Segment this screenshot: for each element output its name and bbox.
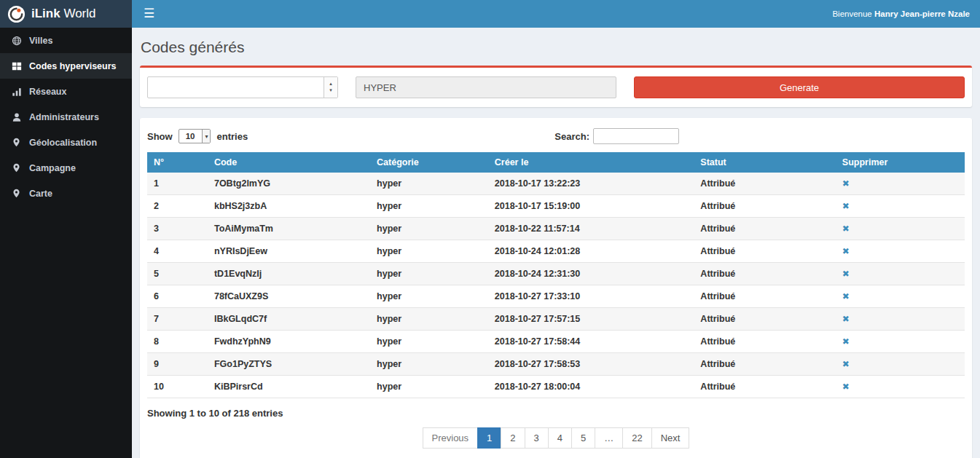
delete-x-icon[interactable]: ✖ [842,178,850,189]
sidebar-item-label: Villes [29,36,52,46]
cell-delete: ✖ [836,285,965,308]
number-spinner-icon[interactable]: ▴▾ [324,77,337,98]
sidebar-item-campagne[interactable]: Campagne [0,155,132,181]
page-button-5[interactable]: 5 [571,427,595,449]
cell-status: Attribué [694,173,836,195]
cell-created: 2018-10-27 17:33:10 [488,285,694,308]
page-size-select[interactable]: 10 ▾ [179,129,211,143]
sidebar-item-label: Géolocalisation [29,138,97,148]
cell-num: 6 [147,285,208,308]
cell-code: nYRIsDjEew [208,240,370,263]
delete-x-icon[interactable]: ✖ [842,291,850,301]
delete-x-icon[interactable]: ✖ [842,336,850,347]
delete-x-icon[interactable]: ✖ [842,246,850,256]
sidebar-item-codes-hyperviseurs[interactable]: Codes hyperviseurs [0,53,132,79]
cell-num: 8 [147,331,208,353]
cell-category: hyper [370,240,488,263]
page-button-3[interactable]: 3 [525,427,549,449]
cell-delete: ✖ [836,240,965,263]
user-icon [11,112,22,122]
column-header-supprimer[interactable]: Supprimer [836,152,965,173]
cell-created: 2018-10-27 17:58:53 [488,353,694,376]
cell-code: IBkGLqdC7f [208,308,370,331]
delete-x-icon[interactable]: ✖ [842,201,850,211]
sidebar-item-g-olocalisation[interactable]: Géolocalisation [0,130,132,155]
column-header-cr-er-le[interactable]: Créer le [488,152,694,173]
table-row: 5tD1EvqNzIjhyper2018-10-24 12:31:30Attri… [147,263,965,285]
cell-num: 1 [147,173,208,195]
delete-x-icon[interactable]: ✖ [842,269,850,279]
sidebar-item-r-seaux[interactable]: Réseaux [0,79,132,104]
cell-code: FGo1PyZTYS [208,353,370,376]
cell-created: 2018-10-27 17:57:15 [488,308,694,331]
table-row: 9FGo1PyZTYShyper2018-10-27 17:58:53Attri… [147,353,965,376]
cell-status: Attribué [694,218,836,240]
column-header-cat-gorie[interactable]: Catégorie [370,152,488,173]
sidebar-item-label: Réseaux [29,87,66,97]
column-header-code[interactable]: Code [208,152,370,173]
table-controls: Show 10 ▾ entries Search: [147,128,965,144]
table-row: 4nYRIsDjEewhyper2018-10-24 12:01:28Attri… [147,240,965,263]
delete-x-icon[interactable]: ✖ [842,314,850,324]
cell-created: 2018-10-17 13:22:23 [488,173,694,195]
navbar: ☰ Bienvenue Hanry Jean-pierre Nzale [132,0,980,28]
cell-code: 7OBtg2lmYG [208,173,370,195]
cell-code: kbHS2j3zbA [208,195,370,218]
table-info: Showing 1 to 10 of 218 entries [147,408,965,419]
hamburger-icon[interactable]: ☰ [132,0,166,28]
table-panel: Show 10 ▾ entries Search: N°CodeCatégori… [140,118,972,458]
cell-num: 5 [147,263,208,285]
page-button-2[interactable]: 2 [501,427,525,449]
page-button-1[interactable]: 1 [477,427,501,449]
search-input[interactable] [593,128,679,144]
cell-status: Attribué [694,376,836,398]
cell-status: Attribué [694,240,836,263]
cell-created: 2018-10-22 11:57:14 [488,218,694,240]
page-button-4[interactable]: 4 [548,427,572,449]
generate-button[interactable]: Generate [634,76,965,98]
cell-status: Attribué [694,331,836,353]
cell-category: hyper [370,195,488,218]
table-row: 8FwdhzYphN9hyper2018-10-27 17:58:44Attri… [147,331,965,353]
code-count-input[interactable]: ▴▾ [147,76,338,98]
map-pin-icon [11,189,22,198]
delete-x-icon[interactable]: ✖ [842,224,850,234]
cell-status: Attribué [694,353,836,376]
column-header-statut[interactable]: Statut [694,152,836,173]
sidebar-item-administrateurs[interactable]: Administrateurs [0,104,132,130]
cell-category: hyper [370,263,488,285]
page-title: Codes générés [141,39,972,56]
page-button-next[interactable]: Next [651,427,690,449]
brand[interactable]: iLink World [0,0,132,28]
category-field [356,76,616,98]
cell-created: 2018-10-27 18:00:04 [488,376,694,398]
cell-delete: ✖ [836,353,965,376]
cell-num: 9 [147,353,208,376]
cell-code: tD1EvqNzIj [208,263,370,285]
sidebar-item-villes[interactable]: Villes [0,28,132,53]
cell-status: Attribué [694,285,836,308]
column-header-n[interactable]: N° [147,152,208,173]
table-row: 2kbHS2j3zbAhyper2018-10-17 15:19:00Attri… [147,195,965,218]
delete-x-icon[interactable]: ✖ [842,359,850,369]
cell-code: KiBPirsrCd [208,376,370,398]
delete-x-icon[interactable]: ✖ [842,382,850,392]
cell-num: 7 [147,308,208,331]
signal-icon [11,87,22,97]
cell-delete: ✖ [836,376,965,398]
show-label: Show [147,131,173,142]
page-button-previous[interactable]: Previous [423,427,479,449]
cell-code: ToAiMymaTm [208,218,370,240]
page-button-ellipsis[interactable]: … [595,427,623,449]
cell-category: hyper [370,331,488,353]
grid-icon [11,61,22,71]
cell-category: hyper [370,353,488,376]
sidebar-item-label: Administrateurs [29,112,99,122]
cell-status: Attribué [694,195,836,218]
table-row: 7IBkGLqdC7fhyper2018-10-27 17:57:15Attri… [147,308,965,331]
page-button-22[interactable]: 22 [622,427,651,449]
cell-status: Attribué [694,263,836,285]
table-row: 678fCaUXZ9Shyper2018-10-27 17:33:10Attri… [147,285,965,308]
sidebar-item-carte[interactable]: Carte [0,181,132,206]
cell-category: hyper [370,218,488,240]
